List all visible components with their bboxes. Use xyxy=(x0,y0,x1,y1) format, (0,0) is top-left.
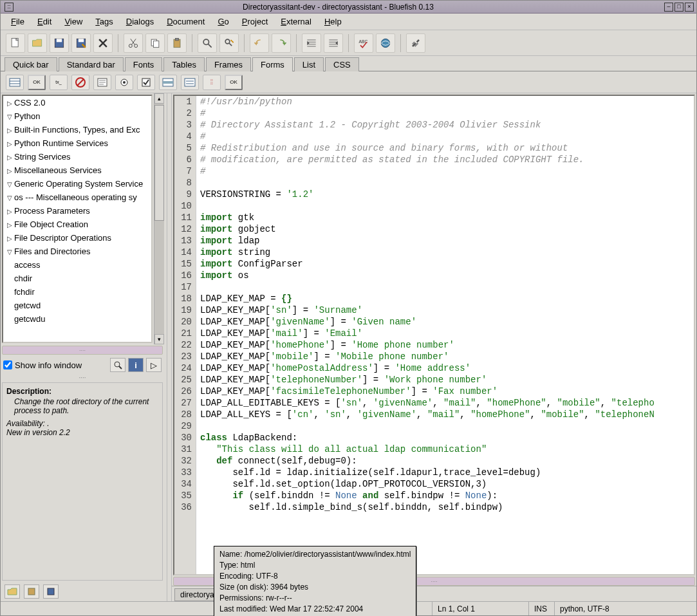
expander-icon[interactable] xyxy=(6,113,13,120)
menu-external[interactable]: External xyxy=(275,15,317,28)
button-button[interactable]: OK xyxy=(225,75,243,90)
pane-handle[interactable]: ···· xyxy=(2,346,163,355)
close-button[interactable]: × xyxy=(685,3,694,12)
submit-button[interactable]: OK xyxy=(28,75,46,90)
indent-left-button[interactable] xyxy=(302,33,321,53)
expander-icon[interactable] xyxy=(6,140,13,147)
expander-icon[interactable] xyxy=(6,127,13,134)
optgroup-button[interactable]: ⦙⦙ xyxy=(203,75,221,90)
expander-icon[interactable] xyxy=(6,194,13,201)
option-button[interactable] xyxy=(181,75,199,90)
tree-item[interactable]: File Object Creation xyxy=(3,218,151,231)
find-replace-button[interactable] xyxy=(219,33,239,53)
paste-button[interactable] xyxy=(167,33,187,53)
tree-item[interactable]: File Descriptor Operations xyxy=(3,231,151,245)
menu-go[interactable]: Go xyxy=(212,15,234,28)
toolbar-tab-fonts[interactable]: Fonts xyxy=(125,57,163,71)
svg-point-11 xyxy=(203,39,209,44)
menu-edit[interactable]: Edit xyxy=(32,15,57,28)
expander-icon[interactable] xyxy=(6,208,13,215)
tree-item[interactable]: CSS 2.0 xyxy=(3,96,151,109)
show-info-checkbox[interactable] xyxy=(3,360,12,369)
spellcheck-button[interactable]: ABC xyxy=(354,33,373,53)
code-editor[interactable]: 1 2 3 4 5 6 7 8 9 10 11 12 13 14 15 16 1… xyxy=(173,95,695,575)
copy-button[interactable] xyxy=(145,33,165,53)
reference-icon[interactable] xyxy=(43,584,59,599)
preview-button[interactable] xyxy=(376,33,395,53)
menu-view[interactable]: View xyxy=(59,15,88,28)
tree-label: access xyxy=(14,260,40,270)
menu-file[interactable]: File xyxy=(6,15,30,28)
goto-icon[interactable]: ▷ xyxy=(146,358,162,372)
menu-project[interactable]: Project xyxy=(237,15,273,28)
textarea-button[interactable] xyxy=(93,75,111,90)
toolbar-tab-forms[interactable]: Forms xyxy=(252,57,293,71)
bookmarks-icon[interactable] xyxy=(24,584,39,599)
minimize-button[interactable]: – xyxy=(664,3,673,12)
tree-item[interactable]: Miscellaneous Services xyxy=(3,163,151,177)
main-window: :: Directoryassitant-dev - directoryassi… xyxy=(0,0,697,616)
svg-rect-34 xyxy=(28,588,35,595)
tree-label: fchdir xyxy=(14,287,35,297)
save-as-button[interactable] xyxy=(71,33,91,53)
reference-tree[interactable]: CSS 2.0PythonBuilt-in Functions, Types, … xyxy=(2,95,153,343)
scroll-down-icon[interactable]: ▾ xyxy=(154,334,164,344)
toolbar-tab-tables[interactable]: Tables xyxy=(163,57,205,71)
tree-item[interactable]: access xyxy=(3,258,151,272)
close-file-button[interactable] xyxy=(93,33,113,53)
expander-icon[interactable] xyxy=(6,154,13,161)
expander-icon[interactable] xyxy=(6,221,13,229)
tree-item[interactable]: fchdir xyxy=(3,285,151,299)
tree-item[interactable]: Python xyxy=(3,109,151,123)
open-file-button[interactable] xyxy=(28,33,47,53)
expander-icon[interactable] xyxy=(6,167,13,174)
tree-item[interactable]: getcwd xyxy=(3,299,151,312)
tree-item[interactable]: Generic Operating System Service xyxy=(3,177,151,191)
undo-button[interactable] xyxy=(250,33,269,53)
expander-icon[interactable] xyxy=(6,100,13,107)
form-button[interactable] xyxy=(6,75,24,90)
tree-item[interactable]: Files and Directories xyxy=(3,245,151,258)
scroll-up-icon[interactable]: ▴ xyxy=(154,93,164,104)
cut-button[interactable] xyxy=(124,33,143,53)
select-button[interactable] xyxy=(159,75,177,90)
tree-item[interactable]: Built-in Functions, Types, and Exc xyxy=(3,123,151,136)
tree-item[interactable]: Python Runtime Services xyxy=(3,136,151,150)
new-file-button[interactable] xyxy=(6,33,25,53)
tree-item[interactable]: getcwdu xyxy=(3,312,151,326)
code-content[interactable]: #!/usr/bin/python # # Directory Assistan… xyxy=(196,96,694,574)
redo-button[interactable] xyxy=(272,33,291,53)
text-input-button[interactable]: tx_ xyxy=(50,75,68,90)
menu-dialogs[interactable]: Dialogs xyxy=(121,15,159,28)
tree-scrollbar[interactable]: ▴ ▾ xyxy=(154,93,164,344)
menu-help[interactable]: Help xyxy=(319,15,347,28)
toolbar-tab-quick-bar[interactable]: Quick bar xyxy=(5,57,57,71)
save-button[interactable] xyxy=(50,33,69,53)
hidden-button[interactable] xyxy=(71,75,89,90)
titlebar[interactable]: :: Directoryassitant-dev - directoryassi… xyxy=(1,1,696,14)
expander-icon[interactable] xyxy=(6,235,13,242)
indent-right-button[interactable] xyxy=(324,33,343,53)
preferences-button[interactable] xyxy=(406,33,425,53)
toolbar-tab-frames[interactable]: Frames xyxy=(206,57,251,71)
toolbar-tab-css[interactable]: CSS xyxy=(325,57,359,71)
checkbox-button[interactable] xyxy=(137,75,155,90)
search-icon[interactable] xyxy=(110,358,125,372)
tree-item[interactable]: os --- Miscellaneous operating sy xyxy=(3,191,151,204)
tree-item[interactable]: String Services xyxy=(3,150,151,163)
expander-icon[interactable] xyxy=(6,181,13,188)
toolbar-tab-list[interactable]: List xyxy=(294,57,324,71)
tree-item[interactable]: chdir xyxy=(3,272,151,285)
splitter[interactable] xyxy=(167,93,172,601)
expander-icon[interactable] xyxy=(6,248,13,256)
menu-tags[interactable]: Tags xyxy=(90,15,118,28)
radio-button[interactable] xyxy=(115,75,133,90)
menu-document[interactable]: Document xyxy=(162,15,210,28)
tree-item[interactable]: Process Parameters xyxy=(3,204,151,218)
maximize-button[interactable]: □ xyxy=(674,3,683,12)
toolbar-tab-standard-bar[interactable]: Standard bar xyxy=(59,57,124,71)
find-button[interactable] xyxy=(198,33,217,53)
filebrowser-icon[interactable] xyxy=(5,584,20,599)
sysmenu-icon[interactable]: :: xyxy=(5,3,14,12)
info-icon[interactable]: i xyxy=(128,358,144,372)
